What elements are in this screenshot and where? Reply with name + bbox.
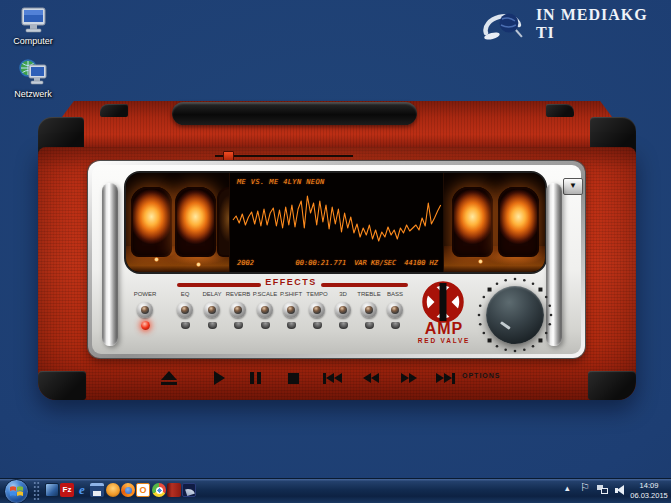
seek-slider-track[interactable] [215,155,353,157]
knob-label: REVERB [223,291,253,299]
track-title: ME VS. ME 4LYN NEON [237,178,325,186]
lcd-screen[interactable]: ME VS. ME 4LYN NEON 2002 00:00:21.771 VA… [229,173,444,272]
filezilla-letters: Fz [63,485,72,494]
taskbar-icon-internet-explorer[interactable]: e [75,483,89,497]
amp-corner-cap [38,371,86,400]
satellite-swoosh-icon [478,6,528,42]
bass-knob[interactable] [387,302,403,318]
options-button[interactable]: OPTIONS [462,372,501,379]
start-button[interactable] [4,479,29,503]
next-icon [452,373,455,384]
vacuum-tube-icon [498,187,539,257]
previous-icon [334,373,342,383]
desktop-icon-computer[interactable]: Computer [9,6,57,46]
speaker-icon [617,485,624,495]
taskbar-icon-firefox[interactable] [121,483,135,497]
knob-label: POWER [130,291,160,299]
taskbar-icon-show-desktop[interactable] [45,483,59,497]
flag-icon: ⚐ [580,481,590,493]
vacuum-tube-icon [175,187,216,257]
ie-letter: e [79,482,85,497]
effects-rule-right [321,283,408,287]
amp-corner-cap [100,104,128,117]
taskbar-icon-media-face[interactable] [106,483,120,497]
taskbar-icon-red-book[interactable] [167,483,181,497]
glow-spot [478,259,483,264]
amp-logo-subtext: RED VALVE [414,337,474,344]
taskbar-icon-mediakg-player[interactable] [182,483,196,497]
eq-knob[interactable] [177,302,193,318]
display-dropdown-button[interactable]: ▼ [563,178,583,195]
network-tray-button[interactable] [597,485,608,494]
volume-knob[interactable] [486,286,544,344]
play-button[interactable] [205,369,233,387]
o-letter: O [139,485,146,495]
3d-knob[interactable] [335,302,351,318]
track-year: 2002 [237,259,254,267]
taskbar-icon-o-app[interactable]: O [136,483,150,497]
stop-button[interactable] [279,369,307,387]
volume-knob-assembly [476,276,554,354]
rewind-icon [371,373,379,383]
fast-forward-icon [409,373,417,383]
play-icon [214,371,225,385]
tempo-toggle[interactable] [313,322,322,329]
valve-tubes-left [126,173,229,272]
treble-toggle[interactable] [365,322,374,329]
taskbar-icon-filezilla[interactable]: Fz [60,483,74,497]
eq-toggle[interactable] [181,322,190,329]
track-bitrate: VAR KB/SEC [354,259,396,267]
pause-icon [257,372,261,384]
eject-button[interactable] [155,369,183,387]
tempo-knob[interactable] [309,302,325,318]
previous-icon [326,373,334,383]
clock-date: 06.03.2015 [628,491,670,501]
next-icon [444,373,452,383]
pscale-knob[interactable] [257,302,273,318]
desktop-icon-label: Computer [9,36,57,46]
rack-handle-left [102,183,118,346]
previous-button[interactable] [316,369,348,387]
reverb-toggle[interactable] [234,322,243,329]
taskbar-icon-chrome[interactable] [152,483,166,497]
pshift-knob[interactable] [283,302,299,318]
pause-button[interactable] [241,369,269,387]
desktop-icon-netzwerk[interactable]: Netzwerk [9,59,57,99]
knob-label: BASS [380,291,410,299]
track-samplerate: 44100 HZ [404,259,438,267]
action-center-button[interactable]: ⚐ [580,481,590,494]
taskbar-clock[interactable]: 14:09 06.03.2015 [628,481,670,501]
fast-forward-button[interactable] [395,369,423,387]
tray-expand-button[interactable]: ▴ [565,483,570,493]
clock-time: 14:09 [628,481,670,491]
network-icon [601,488,608,494]
taskbar-icon-floppy-tool[interactable] [90,483,104,497]
power-knob[interactable] [137,302,153,318]
knob-bass[interactable]: BASS [380,291,410,329]
amp-carry-handle[interactable] [172,102,417,125]
delay-toggle[interactable] [208,322,217,329]
pshift-toggle[interactable] [287,322,296,329]
windows-flag-icon [10,485,23,498]
glow-spot [196,262,201,267]
treble-knob[interactable] [361,302,377,318]
chevron-up-icon: ▴ [565,483,570,493]
effects-rule-left [177,283,261,287]
vacuum-tube-icon [217,187,229,257]
delay-knob[interactable] [204,302,220,318]
knob-eq[interactable]: EQ [170,291,200,329]
knob-power[interactable]: POWER [130,291,160,330]
bass-toggle[interactable] [391,322,400,329]
knob-reverb[interactable]: REVERB [223,291,253,329]
next-button[interactable] [429,369,461,387]
rewind-button[interactable] [357,369,385,387]
chevron-down-icon: ▼ [569,181,577,190]
track-info-row: 2002 00:00:21.771 VAR KB/SEC 44100 HZ [237,259,438,267]
glow-spot [154,257,159,262]
brand-logo: IN MEDIAKG TI [478,6,671,42]
knob-label: EQ [170,291,200,299]
volume-tray-button[interactable] [615,485,627,495]
reverb-knob[interactable] [230,302,246,318]
pscale-toggle[interactable] [261,322,270,329]
3d-toggle[interactable] [339,322,348,329]
